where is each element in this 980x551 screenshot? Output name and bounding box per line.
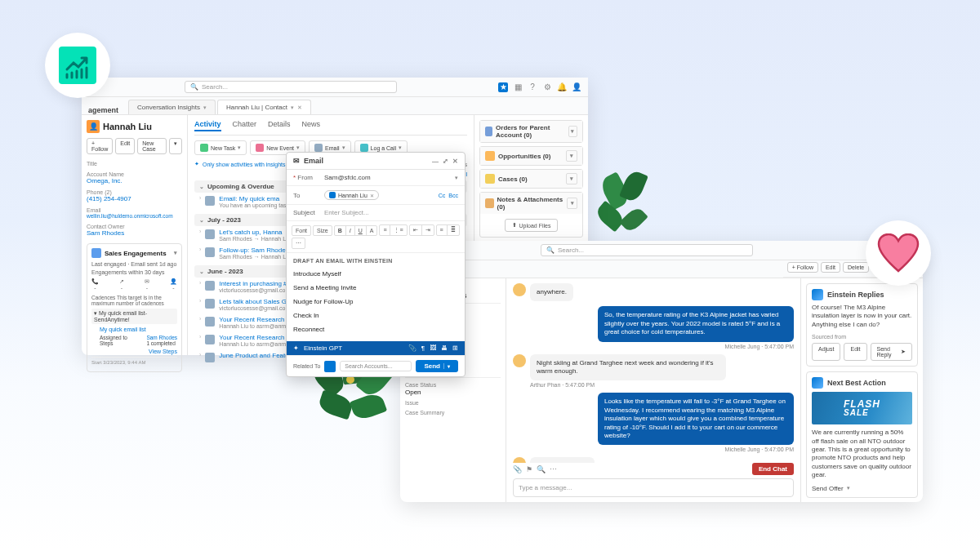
subject-input[interactable]: Enter Subject... (324, 209, 458, 216)
customer-avatar (513, 354, 526, 367)
adjust-button[interactable]: Adjust (812, 343, 840, 361)
account-label: Account Name (87, 171, 182, 177)
opportunity-icon (485, 151, 495, 161)
notes-icon (485, 198, 494, 208)
chevron-down-icon: ▾ (203, 104, 207, 111)
close-icon[interactable]: ✕ (452, 158, 458, 165)
agent-message: Looks like the temperature will fall to … (598, 393, 794, 445)
underline-icon[interactable]: U (355, 226, 367, 235)
minimize-icon[interactable]: — (432, 158, 439, 165)
delete-button[interactable]: Delete (843, 262, 869, 273)
phone-link[interactable]: (415) 254-4907 (87, 195, 182, 202)
help-icon[interactable]: ? (528, 82, 537, 92)
upload-files-button[interactable]: ⬆Upload Files (505, 219, 559, 232)
recipient-chip[interactable]: Hannah Liu✕ (324, 190, 379, 200)
email-icon (205, 299, 215, 309)
align-icon[interactable]: ≡ (437, 225, 448, 235)
send-icon: ➤ (901, 349, 906, 355)
chevron-down-icon[interactable]: ▾ (568, 126, 577, 137)
send-reply-button[interactable]: Send Reply➤ (871, 343, 912, 361)
chevron-down-icon[interactable]: ▾ (567, 198, 577, 209)
view-steps-link[interactable]: View Steps (91, 349, 177, 354)
close-icon[interactable]: ✕ (297, 104, 302, 111)
search-icon[interactable]: 🔍 (537, 465, 546, 473)
customer-message: Yes please. (530, 457, 595, 463)
from-field[interactable]: Sam@sfdc.com (324, 174, 455, 181)
email-label: Email (87, 207, 182, 213)
title-label: Title (87, 161, 182, 167)
grid-icon[interactable]: ▦ (513, 82, 523, 92)
einstein-option[interactable]: Reconnect (293, 322, 458, 336)
tab-activity[interactable]: Activity (194, 120, 221, 131)
outdent-icon[interactable]: ⇤ (410, 225, 422, 235)
einstein-option[interactable]: Send a Meeting Invite (293, 281, 458, 295)
orders-icon (485, 127, 492, 136)
flag-icon[interactable]: ⚑ (526, 465, 532, 473)
owner-link[interactable]: Sam Rhodes (87, 229, 182, 237)
email-icon (205, 335, 215, 344)
case-icon (485, 174, 495, 184)
number-list-icon[interactable]: ⋮≡ (390, 225, 406, 235)
font-select[interactable]: Font (292, 226, 310, 235)
bold-icon[interactable]: B (335, 226, 346, 235)
more-button[interactable]: ▾ (169, 138, 182, 154)
related-icon[interactable] (324, 361, 336, 372)
metric-icon: 📞- (91, 278, 99, 291)
follow-button[interactable]: + Follow (787, 262, 818, 273)
chevron-down-icon[interactable]: ▾ (566, 150, 577, 162)
chevron-down-icon[interactable]: ▾ (566, 173, 577, 184)
topbar: 🔍Search... ★ ▦ ? ⚙ 🔔 👤 (82, 78, 588, 97)
einstein-option[interactable]: Check In (293, 309, 458, 322)
attach-icon[interactable]: 📎 (408, 344, 416, 352)
edit-reply-button[interactable]: Edit (844, 343, 866, 361)
einstein-gpt-bar[interactable]: ✦Einstein GPT📎¶🖼🖶⊞ (287, 341, 465, 355)
send-offer-button[interactable]: Send Offer▾ (812, 485, 912, 492)
global-search[interactable]: 🔍Search... (185, 81, 397, 93)
more-format-icon[interactable]: ⋯ (292, 238, 305, 248)
customer-avatar (513, 283, 526, 296)
search-accounts-input[interactable]: Search Accounts... (340, 361, 412, 371)
tab-conversation-insights[interactable]: Conversation Insights▾ (128, 100, 216, 114)
favorites-icon[interactable]: ★ (498, 82, 508, 92)
align-icon[interactable]: ≣ (448, 225, 459, 235)
image-icon[interactable]: 🖼 (430, 344, 436, 352)
email-link[interactable]: wellin.liu@huldemo.onmicrosoft.com (87, 213, 182, 219)
bcc-link[interactable]: Bcc (448, 193, 458, 198)
expand-icon[interactable]: ⤢ (443, 158, 448, 165)
tab-chatter[interactable]: Chatter (233, 120, 257, 131)
text-color-icon[interactable]: A (367, 226, 377, 235)
size-select[interactable]: Size (314, 226, 332, 235)
metric-icon: ↗- (119, 278, 124, 291)
service-console-window: 🔍Search... ★▦ 002▾✕ + Follow Edit Delete… (400, 241, 923, 502)
gear-icon[interactable]: ⚙ (542, 82, 552, 92)
chat-transcript: anywhere.So, the temperature rating of t… (506, 278, 800, 502)
tab-contact-hannah[interactable]: Hannah Liu | Contact▾✕ (217, 100, 311, 114)
global-search[interactable]: 🔍Search... (541, 244, 753, 256)
attach-icon[interactable]: 📎 (513, 465, 522, 473)
email-icon (205, 353, 215, 362)
new-task-button[interactable]: New Task▾ (194, 140, 247, 155)
follow-button[interactable]: + Follow (87, 138, 113, 154)
italic-icon[interactable]: I (346, 226, 355, 235)
cc-link[interactable]: Cc (439, 193, 446, 198)
edit-button[interactable]: Edit (115, 138, 135, 154)
chat-input[interactable]: Type a message... (513, 478, 794, 497)
indent-icon[interactable]: ⇥ (422, 225, 434, 235)
chevron-down-icon: ▾ (291, 104, 294, 111)
print-icon[interactable]: 🖶 (441, 344, 448, 352)
tab-news[interactable]: News (302, 120, 321, 131)
einstein-option[interactable]: Introduce Myself (293, 267, 458, 281)
edit-button[interactable]: Edit (821, 262, 840, 273)
end-chat-button[interactable]: End Chat (752, 463, 794, 475)
bullet-list-icon[interactable]: ≡ (380, 225, 390, 235)
workspace-tabs: agement Conversation Insights▾ Hannah Li… (82, 97, 588, 115)
more-icon[interactable]: ⋯ (550, 465, 557, 473)
upload-icon: ⬆ (512, 222, 517, 229)
avatar-icon[interactable]: 👤 (572, 82, 581, 92)
account-link[interactable]: Omega, Inc. (87, 177, 182, 184)
bell-icon[interactable]: 🔔 (557, 82, 567, 92)
send-button[interactable]: Send▾ (416, 360, 458, 372)
einstein-option[interactable]: Nudge for Follow-Up (293, 295, 458, 309)
tab-details[interactable]: Details (268, 120, 291, 131)
new-case-button[interactable]: New Case (137, 138, 167, 154)
